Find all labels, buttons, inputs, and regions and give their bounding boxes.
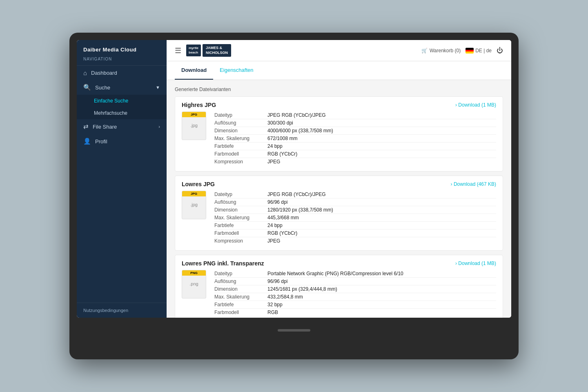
- sidebar-item-label: Dashboard: [91, 70, 117, 76]
- section-label: Generierte Dateivarianten: [167, 80, 511, 92]
- prop-label: Max. Skalierung: [214, 215, 267, 220]
- file-prop-row: Farbtiefe 24 bpp: [214, 222, 496, 229]
- file-thumb-badge: PNG: [182, 270, 206, 276]
- file-prop-row: Auflösung 300/300 dpi: [214, 119, 496, 127]
- prop-value: 4000/6000 px (338,7/508 mm): [267, 128, 496, 134]
- sidebar-item-label: File Share: [93, 124, 117, 130]
- cart-icon: 🛒: [421, 48, 428, 53]
- prop-value: 24 bpp: [267, 143, 496, 149]
- prop-value: Compression level 6/10: [267, 317, 496, 318]
- sidebar-item-dashboard[interactable]: ⌂ Dashboard: [77, 66, 167, 80]
- sidebar-item-label: Suche: [95, 85, 110, 91]
- prop-label: Dimension: [214, 128, 267, 134]
- topbar-cart[interactable]: 🛒 Warenkorb (0): [421, 48, 461, 53]
- prop-label: Dimension: [214, 207, 267, 213]
- prop-value: 96/96 dpi: [267, 278, 496, 284]
- prop-label: Auflösung: [214, 278, 267, 284]
- tab-download[interactable]: Download: [175, 61, 213, 80]
- topbar-logo: myrtlebeach JAMES &NICHOLSON: [186, 44, 231, 57]
- prop-label: Kompression: [214, 317, 267, 318]
- chevron-right-icon: ›: [158, 124, 160, 129]
- chevron-down-icon: ▼: [156, 85, 160, 90]
- prop-label: Auflösung: [214, 199, 267, 205]
- sidebar: Daiber Media Cloud Navigation ⌂ Dashboar…: [77, 40, 167, 318]
- topbar: ☰ myrtlebeach JAMES &NICHOLSON 🛒 Warenko…: [167, 40, 511, 61]
- cart-label: Warenkorb (0): [430, 48, 461, 53]
- prop-value: 672/1008 mm: [267, 136, 496, 141]
- prop-label: Farbmodell: [214, 230, 267, 236]
- file-prop-row: Auflösung 96/96 dpi: [214, 198, 496, 206]
- file-props: Dateityp JPEG RGB (YCbCr)/JPEG Auflösung…: [214, 111, 496, 165]
- prop-value: RGB (YCbCr): [267, 151, 496, 157]
- sidebar-item-fileshare[interactable]: ⇄ File Share ›: [77, 119, 167, 134]
- sidebar-item-suche[interactable]: 🔍 Suche ▼: [77, 80, 167, 95]
- file-variant-body: JPG .jpg Dateityp JPEG RGB (YCbCr)/JPEG …: [175, 111, 503, 171]
- file-prop-row: Farbmodell RGB (YCbCr): [214, 150, 496, 158]
- prop-label: Farbtiefe: [214, 143, 267, 149]
- home-icon: ⌂: [83, 69, 87, 76]
- tab-eigenschaften[interactable]: Eigenschaften: [213, 61, 260, 80]
- file-variant-lowres-jpg: Lowres JPG › Download (467 KB) JPG .jpg …: [175, 176, 503, 251]
- file-variant-header: Lowres PNG inkl. Transparenz › Download …: [175, 255, 503, 270]
- prop-value: 433,2/584,8 mm: [267, 294, 496, 300]
- sidebar-brand: Daiber Media Cloud Navigation: [77, 40, 167, 66]
- file-variant-title: Lowres JPG: [182, 181, 215, 187]
- monitor-frame: Daiber Media Cloud Navigation ⌂ Dashboar…: [69, 33, 519, 359]
- sidebar-footer[interactable]: Nutzungsbedingungen: [77, 303, 167, 318]
- file-prop-row: Farbmodell RGB: [214, 309, 496, 316]
- file-thumb-ext: .jpg: [190, 202, 198, 207]
- file-variant-title: Highres JPG: [182, 102, 216, 108]
- file-variant-download-link[interactable]: › Download (1 MB): [455, 261, 496, 266]
- file-variant-download-link[interactable]: › Download (1 MB): [455, 102, 496, 108]
- file-prop-row: Farbtiefe 24 bpp: [214, 143, 496, 150]
- sidebar-item-profil[interactable]: 👤 Profil: [77, 134, 167, 149]
- prop-value: JPEG: [267, 159, 496, 165]
- file-variant-header: Highres JPG › Download (1 MB): [175, 97, 503, 111]
- prop-label: Dateityp: [214, 192, 267, 197]
- file-thumb: JPG .jpg: [182, 191, 206, 219]
- file-prop-row: Dateityp JPEG RGB (YCbCr)/JPEG: [214, 191, 496, 198]
- file-prop-row: Kompression Compression level 6/10: [214, 316, 496, 318]
- prop-label: Kompression: [214, 159, 267, 165]
- prop-label: Dateityp: [214, 271, 267, 276]
- prop-label: Farbmodell: [214, 151, 267, 157]
- sidebar-sub-menu: Einfache Suche Mehrfachsuche: [77, 95, 167, 119]
- prop-label: Max. Skalierung: [214, 294, 267, 300]
- prop-value: RGB (YCbCr): [267, 230, 496, 236]
- file-thumb: PNG .png: [182, 270, 206, 298]
- file-variant-body: JPG .jpg Dateityp JPEG RGB (YCbCr)/JPEG …: [175, 191, 503, 250]
- sidebar-nav-label: Navigation: [83, 57, 160, 61]
- prop-label: Farbtiefe: [214, 302, 267, 307]
- power-icon[interactable]: ⏻: [497, 47, 503, 54]
- file-prop-row: Dateityp JPEG RGB (YCbCr)/JPEG: [214, 111, 496, 119]
- menu-icon[interactable]: ☰: [175, 46, 181, 55]
- sidebar-item-label: Profil: [95, 138, 107, 145]
- prop-label: Auflösung: [214, 120, 267, 126]
- prop-label: Farbtiefe: [214, 223, 267, 228]
- file-prop-row: Dimension 1245/1681 px (329,4/444,8 mm): [214, 285, 496, 293]
- prop-label: Max. Skalierung: [214, 136, 267, 141]
- file-prop-row: Dateityp Portable Network Graphic (PNG) …: [214, 270, 496, 278]
- content-area: Generierte Dateivarianten Highres JPG › …: [167, 80, 511, 318]
- file-variant-title: Lowres PNG inkl. Transparenz: [182, 260, 264, 267]
- sidebar-brand-name: Daiber Media Cloud: [83, 47, 160, 53]
- sidebar-sub-item-einfache[interactable]: Einfache Suche: [77, 95, 167, 107]
- file-prop-row: Dimension 1280/1920 px (338,7/508 mm): [214, 206, 496, 214]
- prop-value: JPEG RGB (YCbCr)/JPEG: [267, 112, 496, 118]
- prop-value: 32 bpp: [267, 302, 496, 307]
- file-prop-row: Farbmodell RGB (YCbCr): [214, 229, 496, 237]
- prop-value: 300/300 dpi: [267, 120, 496, 126]
- logo-myrtle-beach: myrtlebeach: [186, 45, 201, 56]
- prop-value: 1245/1681 px (329,4/444,8 mm): [267, 286, 496, 292]
- prop-label: Farbmodell: [214, 310, 267, 315]
- file-thumb-ext: .jpg: [190, 123, 198, 128]
- prop-value: JPEG: [267, 238, 496, 244]
- prop-value: RGB: [267, 310, 496, 315]
- sidebar-sub-item-mehrfach[interactable]: Mehrfachsuche: [77, 107, 167, 119]
- prop-value: JPEG RGB (YCbCr)/JPEG: [267, 192, 496, 197]
- file-prop-row: Dimension 4000/6000 px (338,7/508 mm): [214, 127, 496, 135]
- tabs-bar: Download Eigenschaften: [167, 61, 511, 80]
- topbar-lang[interactable]: DE | de: [466, 48, 492, 53]
- file-prop-row: Kompression JPEG: [214, 158, 496, 165]
- file-variant-download-link[interactable]: › Download (467 KB): [451, 181, 496, 187]
